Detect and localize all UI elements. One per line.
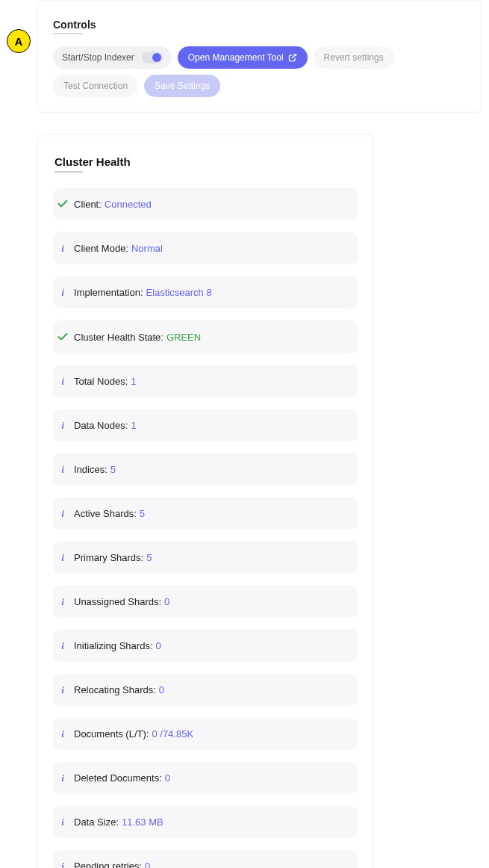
health-item-value: Connected: [105, 199, 152, 210]
svg-text:i: i: [61, 509, 64, 519]
health-item: iIndices:5: [53, 453, 358, 486]
svg-text:i: i: [61, 465, 64, 475]
revert-settings-button[interactable]: Revert settings: [314, 46, 394, 69]
health-item-value: 1: [131, 376, 136, 387]
health-item-value: 11.63 MB: [122, 816, 163, 828]
health-item-value: 5: [110, 464, 116, 475]
svg-text:i: i: [61, 288, 64, 298]
health-item-label: Client Mode:: [74, 243, 128, 254]
health-list: Client:ConnectediClient Mode:NormaliImpl…: [53, 187, 358, 868]
info-icon: i: [54, 376, 71, 387]
controls-row: Start/Stop Indexer Open Management Tool …: [53, 46, 466, 97]
svg-text:i: i: [61, 421, 64, 431]
health-item-value: Elasticsearch 8: [146, 287, 212, 298]
info-icon: i: [54, 861, 71, 869]
open-tool-label: Open Management Tool: [188, 52, 284, 63]
info-icon: i: [54, 597, 71, 607]
svg-text:i: i: [61, 686, 64, 695]
health-item: iPending retries:0: [53, 850, 358, 868]
health-item-value: 0: [159, 684, 164, 695]
health-item-value: 0: [156, 640, 161, 651]
health-item-label: Documents (L/T):: [74, 728, 149, 740]
health-title: Cluster Health: [54, 155, 358, 168]
info-icon: i: [54, 817, 71, 828]
controls-title: Controls: [53, 19, 466, 31]
svg-text:i: i: [61, 377, 64, 387]
toggle-switch[interactable]: [142, 52, 163, 63]
health-item: iImplementation:Elasticsearch 8: [53, 276, 358, 309]
health-item-label: Client:: [74, 199, 102, 210]
svg-text:i: i: [61, 774, 64, 784]
svg-text:i: i: [61, 642, 64, 651]
info-icon: i: [54, 465, 71, 475]
info-icon: i: [54, 288, 71, 298]
health-item: Cluster Health State:GREEN: [53, 320, 358, 353]
info-icon: i: [54, 509, 71, 519]
health-item-value: 5: [146, 552, 152, 563]
health-item: iData Nodes:1: [53, 409, 358, 441]
health-item-value: 0 /74.85K: [152, 728, 193, 740]
health-item-label: Pending retries:: [74, 861, 142, 868]
health-underline: [54, 171, 83, 173]
health-item-value: 0: [164, 596, 169, 607]
health-item: iRelocating Shards:0: [53, 674, 358, 706]
health-item: iInitializing Shards:0: [53, 630, 358, 662]
health-item-label: Primary Shards:: [74, 552, 143, 563]
health-item-value: GREEN: [166, 332, 201, 343]
health-item: iDeleted Documents:0: [53, 762, 358, 794]
check-icon: [54, 198, 71, 210]
cluster-health-panel: Cluster Health Client:ConnectediClient M…: [37, 134, 374, 868]
health-item: iPrimary Shards:5: [53, 542, 358, 574]
health-item-label: Active Shards:: [74, 508, 137, 519]
toggle-label: Start/Stop Indexer: [62, 52, 134, 63]
info-icon: i: [54, 685, 71, 695]
health-item-value: Normal: [131, 243, 163, 254]
health-item-value: 0: [145, 861, 150, 868]
svg-text:i: i: [61, 244, 64, 254]
health-item-value: 0: [165, 772, 170, 784]
health-item: iUnassigned Shards:0: [53, 586, 358, 618]
health-item-label: Initializing Shards:: [74, 640, 153, 651]
title-underline: [53, 33, 83, 34]
health-item-label: Total Nodes:: [74, 376, 128, 387]
svg-line-0: [292, 55, 296, 59]
health-item-label: Data Nodes:: [74, 420, 128, 431]
test-connection-button[interactable]: Test Connection: [53, 75, 138, 97]
svg-text:i: i: [61, 818, 64, 828]
health-item-value: 5: [140, 508, 145, 519]
info-icon: i: [54, 641, 71, 651]
info-icon: i: [54, 729, 71, 740]
health-item-value: 1: [131, 420, 136, 431]
health-item-label: Cluster Health State:: [74, 332, 163, 343]
info-icon: i: [54, 244, 71, 254]
svg-text:i: i: [61, 554, 64, 563]
check-icon: [54, 331, 71, 343]
health-item: iTotal Nodes:1: [53, 365, 358, 397]
info-icon: i: [54, 773, 71, 784]
toggle-knob: [152, 53, 161, 62]
health-item-label: Implementation:: [74, 287, 143, 298]
health-item: iData Size:11.63 MB: [53, 806, 358, 838]
svg-text:i: i: [61, 862, 64, 868]
info-icon: i: [54, 553, 71, 563]
external-link-icon: [288, 53, 297, 62]
health-item: iActive Shards:5: [53, 497, 358, 530]
info-icon: i: [54, 421, 71, 431]
health-item: iDocuments (L/T):0 /74.85K: [53, 718, 358, 750]
health-item-label: Deleted Documents:: [74, 772, 162, 784]
health-item: iClient Mode:Normal: [53, 232, 358, 264]
controls-panel: A Controls Start/Stop Indexer Open Manag…: [37, 0, 482, 113]
svg-text:i: i: [61, 598, 64, 607]
health-item-label: Data Size:: [74, 816, 119, 828]
health-item-label: Unassigned Shards:: [74, 596, 161, 607]
annotation-marker: A: [7, 29, 31, 53]
open-management-tool-button[interactable]: Open Management Tool: [178, 46, 308, 69]
start-stop-indexer-toggle[interactable]: Start/Stop Indexer: [53, 46, 172, 69]
health-item-label: Relocating Shards:: [74, 684, 156, 695]
svg-text:i: i: [61, 730, 64, 740]
save-settings-button[interactable]: Save Settings: [144, 75, 220, 97]
health-item: Client:Connected: [53, 187, 358, 220]
health-item-label: Indices:: [74, 464, 108, 475]
